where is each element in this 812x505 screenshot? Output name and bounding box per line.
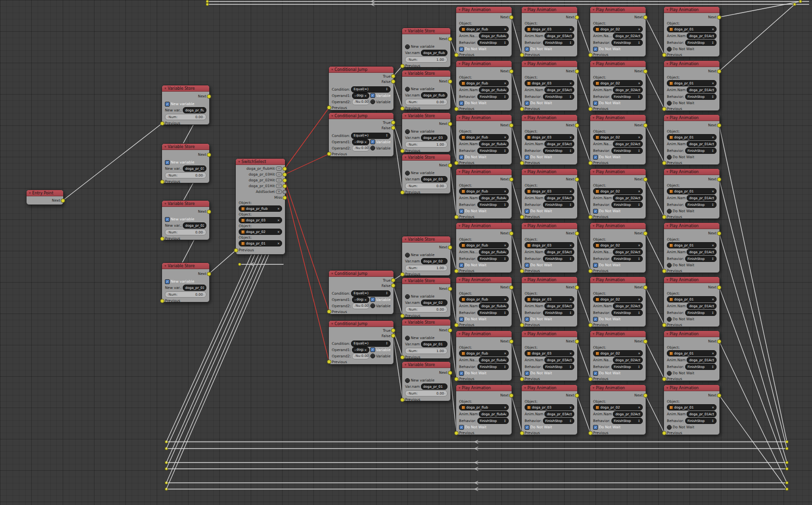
text-field[interactable]: doga_pr_02Action (613, 141, 643, 147)
input-socket-previous[interactable] (520, 215, 524, 219)
text-field[interactable]: doga_pr_03Action001 (544, 195, 574, 201)
reroute-dot[interactable] (165, 481, 168, 484)
output-socket-next[interactable] (717, 123, 721, 127)
text-field[interactable]: doga_pr_01 (421, 341, 447, 347)
input-socket-previous[interactable] (588, 431, 593, 435)
checkbox-checked[interactable]: ✓ (525, 209, 529, 214)
text-field[interactable]: doga_pr_01Action001 (687, 303, 717, 309)
number-stepper[interactable]: ‹Num:0.00› (405, 183, 447, 189)
output-socket-next[interactable] (509, 285, 514, 289)
node-title-bar[interactable]: ▼Variable Store (402, 154, 450, 161)
input-socket-previous[interactable] (400, 149, 405, 153)
text-field[interactable]: doga_pr_03Action (544, 33, 574, 39)
input-socket-previous[interactable] (400, 355, 405, 359)
radio-unchecked[interactable] (370, 146, 375, 150)
object-field[interactable]: doga_pr_02✕ (593, 242, 643, 248)
node-play-animation[interactable]: ▼Play AnimationNextObject:doga_pr_flub✕A… (456, 222, 512, 273)
node-variable-store[interactable]: ▼Variable StoreNextNew variableVar.namdo… (402, 236, 451, 276)
checkbox-checked[interactable]: ✓ (459, 263, 464, 268)
number-stepper[interactable]: ‹Num:1.00› (405, 56, 447, 63)
clear-object-icon[interactable]: ✕ (504, 244, 506, 247)
dropdown[interactable]: Equal(=)↕ (351, 133, 391, 139)
node-play-animation[interactable]: ▼Play AnimationNextObject:doga_pr_01✕Ani… (663, 384, 720, 435)
output-socket-next[interactable] (207, 152, 211, 157)
text-field[interactable]: doga_pr_flubAction001 (479, 87, 509, 93)
stepper-decrease-icon[interactable]: ‹ (407, 184, 408, 188)
collapse-triangle-icon[interactable]: ▼ (524, 387, 526, 389)
collapse-triangle-icon[interactable]: ▼ (405, 364, 406, 366)
number-stepper[interactable]: ‹Num:1.00› (405, 348, 447, 354)
dropdown[interactable]: FinishStop↕ (685, 94, 717, 100)
output-socket-next[interactable] (717, 177, 721, 181)
input-socket-previous[interactable] (454, 323, 459, 327)
node-title-bar[interactable]: ▼Variable Store (162, 144, 209, 150)
collapse-triangle-icon[interactable]: ▼ (666, 279, 668, 281)
clear-object-icon[interactable]: ✕ (638, 244, 640, 247)
output-socket-next[interactable] (448, 122, 452, 126)
dropdown[interactable]: FinishStop↕ (543, 40, 574, 46)
input-socket-previous[interactable] (662, 215, 666, 219)
node-play-animation[interactable]: ▼Play AnimationNextObject:doga_pr_03✕Ani… (521, 114, 578, 165)
dropdown[interactable]: FinishStop↕ (477, 310, 509, 316)
clear-field-icon[interactable]: ✕ (365, 348, 367, 352)
variable-field[interactable]: •doga_p✕ (352, 93, 369, 99)
object-field[interactable]: doga_pr_flub✕ (459, 26, 509, 32)
text-field[interactable]: doga_pr_03Action001 (544, 303, 574, 309)
output-socket-next[interactable] (643, 123, 648, 127)
input-socket-previous[interactable] (400, 314, 405, 318)
radio-unchecked[interactable] (405, 44, 410, 49)
dropdown[interactable]: FinishStop↕ (685, 418, 717, 424)
input-socket-previous[interactable] (454, 377, 459, 381)
output-socket-next[interactable] (643, 339, 648, 343)
remove-socket-button[interactable]: − (276, 166, 282, 171)
node-play-animation[interactable]: ▼Play AnimationNextObject:doga_pr_01✕Ani… (663, 222, 720, 273)
node-variable-store[interactable]: ▼Variable StoreNextNew variableVar.namdo… (402, 70, 451, 110)
checkbox-checked[interactable]: ✓ (370, 347, 375, 352)
clear-object-icon[interactable]: ✕ (504, 190, 506, 193)
object-field[interactable]: doga_pr_02✕ (239, 229, 282, 235)
collapse-triangle-icon[interactable]: ▼ (405, 280, 406, 282)
object-field[interactable]: doga_pr_02✕ (593, 26, 643, 32)
input-socket-previous[interactable] (662, 431, 666, 435)
stepper-increase-icon[interactable]: › (445, 349, 446, 353)
clear-object-icon[interactable]: ✕ (638, 352, 640, 355)
collapse-triangle-icon[interactable]: ▼ (405, 238, 406, 241)
object-field[interactable]: doga_pr_01✕ (667, 134, 717, 140)
node-title-bar[interactable]: ▼Play Animation (456, 169, 512, 175)
checkbox-checked[interactable]: ✓ (459, 209, 464, 214)
clear-object-icon[interactable]: ✕ (712, 136, 714, 139)
collapse-triangle-icon[interactable]: ▼ (459, 279, 460, 281)
checkbox-checked[interactable]: ✓ (525, 263, 529, 268)
collapse-triangle-icon[interactable]: ▼ (164, 146, 166, 148)
object-field[interactable]: doga_pr_02✕ (593, 80, 643, 86)
dropdown[interactable]: FinishStop↕ (685, 364, 717, 370)
reroute-dot[interactable] (785, 481, 788, 484)
node-title-bar[interactable]: ▼Variable Store (402, 278, 450, 284)
output-socket-next[interactable] (509, 123, 514, 127)
node-play-animation[interactable]: ▼Play AnimationNextObject:doga_pr_03✕Ani… (521, 384, 578, 435)
checkbox-checked[interactable]: ✓ (459, 47, 464, 52)
clear-object-icon[interactable]: ✕ (638, 298, 640, 301)
dropdown[interactable]: FinishStop↕ (543, 148, 574, 154)
output-socket-doga-pr-01hit[interactable] (283, 184, 287, 188)
node-variable-store[interactable]: ▼Variable StoreNextNew variableVar.namdo… (402, 319, 451, 359)
output-socket-next[interactable] (717, 69, 721, 73)
input-socket-previous[interactable] (454, 431, 459, 435)
input-socket-previous[interactable] (520, 53, 524, 57)
object-field[interactable]: doga_pr_03✕ (525, 80, 574, 86)
node-title-bar[interactable]: ▼Variable Store (162, 263, 209, 269)
text-field[interactable]: doga_pr_flubAction (479, 357, 509, 363)
collapse-triangle-icon[interactable]: ▼ (331, 68, 333, 71)
radio-unchecked[interactable] (667, 317, 672, 322)
node-title-bar[interactable]: ▼Play Animation (522, 223, 577, 229)
dropdown[interactable]: FinishStop↕ (685, 202, 717, 208)
clear-object-icon[interactable]: ✕ (712, 27, 714, 31)
collapse-triangle-icon[interactable]: ▼ (459, 333, 460, 335)
text-field[interactable]: doga_pr_flub (183, 107, 206, 113)
clear-object-icon[interactable]: ✕ (277, 218, 280, 222)
stepper-decrease-icon[interactable]: ‹ (167, 174, 168, 177)
node-play-animation[interactable]: ▼Play AnimationNextObject:doga_pr_01✕Ani… (663, 6, 720, 57)
collapse-triangle-icon[interactable]: ▼ (524, 63, 526, 65)
text-field[interactable]: doga_pr_01Action (687, 357, 717, 363)
output-socket-true[interactable] (391, 278, 395, 283)
